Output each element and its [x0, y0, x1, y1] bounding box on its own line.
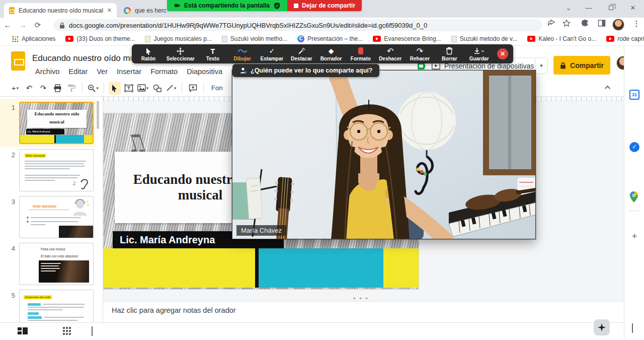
thumbnail-slide-4[interactable]: Pasa una mosca El bato con oído absoluto… — [19, 243, 94, 285]
violinist-photo — [59, 226, 94, 238]
insert-image-button[interactable]: ▾ — [137, 82, 149, 95]
print-button[interactable] — [51, 82, 63, 95]
tool-eraser[interactable]: ◆ Borrador — [319, 47, 343, 61]
redo-button[interactable]: ↷ — [37, 82, 49, 95]
share-label: Compartir — [570, 61, 604, 70]
filmstrip-scrollbar[interactable] — [97, 101, 99, 129]
bookmark-kaleo[interactable]: Kaleo - I Can't Go o... — [523, 34, 600, 44]
side-panel-icon[interactable] — [598, 19, 613, 27]
yellow-stripe — [383, 248, 419, 288]
calendar-icon[interactable]: 31 — [629, 90, 639, 100]
undo-button[interactable]: ↶ — [23, 82, 35, 95]
maps-icon[interactable] — [629, 191, 639, 201]
close-window-button[interactable]: ✕ — [624, 0, 642, 15]
grid-view-button[interactable] — [62, 326, 71, 335]
slides-logo[interactable] — [11, 51, 25, 71]
menu-editar[interactable]: Editar — [64, 66, 92, 77]
tab-slides[interactable]: Educando nuestro oído musical ✕ — [4, 3, 117, 18]
background-button[interactable]: Fon — [211, 84, 222, 92]
youtube-icon — [65, 36, 73, 42]
google-favicon — [124, 7, 131, 14]
collapse-toolbar-button[interactable] — [602, 82, 615, 94]
page-icon — [222, 36, 227, 42]
forward-icon[interactable]: → — [15, 21, 30, 29]
page-icon — [145, 36, 150, 42]
bookmark-suzuki-violin[interactable]: Suzuki violin metho... — [218, 34, 291, 44]
thumb-title: Oído musical — [25, 154, 46, 158]
tool-save[interactable]: Guardar — [467, 47, 491, 61]
add-panel-icon[interactable]: + — [628, 231, 640, 242]
tool-draw[interactable]: Dibujar — [231, 47, 254, 61]
back-icon[interactable]: ← — [0, 21, 15, 29]
bookmark-label: Presentación – the... — [307, 35, 363, 42]
restore-button[interactable] — [602, 0, 620, 15]
sharing-status-text: Está compartiendo la pantalla — [184, 2, 270, 9]
bookmark-canva[interactable]: CPresentación – the... — [293, 34, 367, 44]
stop-icon — [294, 4, 298, 8]
collapse-filmstrip-button[interactable] — [92, 327, 93, 336]
share-page-icon[interactable] — [547, 19, 562, 27]
divider — [182, 83, 182, 93]
expand-panel-button[interactable] — [632, 324, 633, 333]
browser-menu-icon[interactable]: ⋮ — [629, 19, 644, 28]
select-tool-button[interactable] — [109, 82, 121, 95]
minimize-button[interactable]: — — [580, 0, 598, 15]
tool-format[interactable]: Formato — [349, 47, 372, 61]
zoom-button[interactable]: ▾ — [87, 82, 99, 95]
chevron-right-icon — [632, 323, 633, 333]
insert-line-button[interactable]: ▾ — [165, 82, 177, 95]
filmstrip-view-button[interactable] — [17, 326, 28, 335]
doc-title[interactable]: Educando nuestro oído musical — [32, 53, 131, 63]
speaker-notes-placeholder[interactable]: Haz clic para agregar notas del orador — [112, 306, 236, 314]
person-icon — [239, 67, 247, 74]
webcam-overlay-window[interactable]: María Chávez — [232, 70, 536, 239]
thumbnail-slide-2[interactable]: Oído musical ♫ — [19, 149, 94, 191]
browser-profile-avatar[interactable] — [612, 18, 625, 31]
thumbnail-slide-1[interactable]: Educando nuestro oído musical Lic. María… — [19, 102, 94, 144]
page-icon — [451, 36, 457, 42]
tab-close-icon[interactable]: ✕ — [107, 7, 112, 14]
bookmark-star-icon[interactable] — [562, 19, 578, 27]
url-bar[interactable]: docs.google.com/presentation/d/1HUHw9Rj9… — [53, 19, 542, 31]
thumbnail-slide-5[interactable]: Anatomía del oído — [19, 290, 94, 322]
bookmark-apps[interactable]: Aplicaciones — [8, 34, 59, 44]
tool-clear[interactable]: Borrar — [438, 47, 461, 61]
menu-archivo[interactable]: Archivo — [31, 66, 63, 77]
bookmark-duos[interactable]: (33) Duos on theme... — [61, 34, 139, 44]
youtube-icon — [527, 36, 535, 42]
sharing-status: Está compartiendo la pantalla — [167, 0, 287, 11]
tool-stamp[interactable]: ✓ Estampar — [260, 47, 283, 61]
tasks-icon[interactable]: ✓ — [629, 142, 639, 152]
bookmark-evanescence[interactable]: Evanescence Bring... — [369, 34, 445, 44]
bookmark-rode[interactable]: rode capricho 23 — [602, 34, 644, 44]
new-slide-button[interactable]: +▾ — [9, 82, 21, 95]
stop-share-button[interactable]: Dejar de compartir — [287, 0, 362, 11]
bookmark-suzuki-metodo[interactable]: Suzuki metodo de v... — [447, 34, 522, 44]
menu-ver[interactable]: Ver — [93, 66, 112, 77]
menu-formato[interactable]: Formato — [146, 66, 182, 77]
tool-spotlight[interactable]: Destacar — [290, 47, 313, 61]
explore-button[interactable] — [594, 319, 610, 335]
thumbnail-slide-3[interactable]: Oído absoluto — [19, 196, 94, 238]
menu-insertar[interactable]: Insertar — [113, 66, 145, 77]
tool-redo[interactable]: ↷ Rehacer — [408, 47, 431, 61]
tool-label: Deshacer — [379, 56, 401, 61]
close-toolbar-button[interactable]: ✕ — [497, 48, 508, 59]
tool-text[interactable]: T Texto — [201, 47, 224, 61]
paint-format-button[interactable] — [65, 82, 77, 95]
tool-label: Estampar — [261, 56, 284, 61]
divider — [104, 83, 104, 93]
extensions-icon[interactable] — [581, 19, 596, 27]
menu-diapositiva[interactable]: Diapositiva — [183, 66, 226, 77]
tool-undo[interactable]: ↶ Deshacer — [379, 47, 402, 61]
tool-select[interactable]: Seleccionar — [167, 47, 195, 61]
tab-search-icon[interactable]: ⌄ — [559, 0, 578, 15]
bookmark-juegos[interactable]: Juegos musicales p... — [141, 34, 215, 44]
present-options-caret[interactable]: ▾ — [535, 57, 548, 74]
share-button[interactable]: Compartir — [553, 56, 610, 75]
reload-icon[interactable]: ⟳ — [30, 21, 45, 30]
tool-mouse[interactable]: Ratón — [137, 47, 160, 61]
textbox-tool-button[interactable] — [123, 82, 135, 95]
insert-shape-button[interactable] — [151, 82, 163, 95]
insert-comment-button[interactable] — [187, 82, 199, 95]
